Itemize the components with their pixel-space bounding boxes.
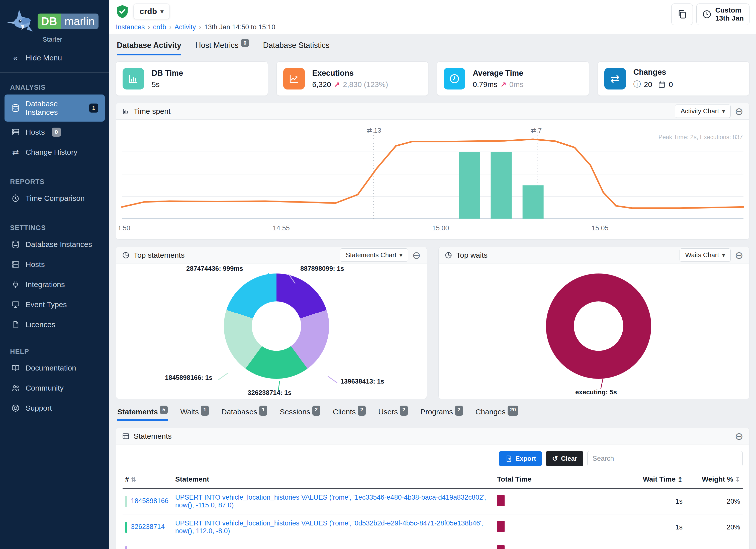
tab-badge: 0 — [241, 39, 249, 47]
table-row: 326238714 UPSERT INTO vehicle_location_h… — [123, 514, 743, 540]
info-icon: ⓘ — [633, 79, 641, 89]
sidebar: DB marlin Starter « Hide Menu ANALYSIS D… — [0, 0, 109, 549]
top-statements-chart: 287474436: 999ms 887898099: 1s 184589816… — [116, 263, 427, 399]
tab-database-activity[interactable]: Database Activity — [117, 41, 181, 55]
sort-asc-icon[interactable]: ↥ — [678, 476, 683, 483]
brand-edition: Starter — [43, 36, 104, 43]
sort-icon[interactable]: ↧ — [735, 476, 740, 483]
metric-cards: DB Time 5s Executions 6,320 ↗ 2,830 (123… — [116, 61, 749, 96]
tab-badge: 2 — [400, 406, 408, 416]
sidebar-item-label: Event Types — [26, 300, 67, 309]
collapse-panel-icon[interactable]: ⊖ — [735, 250, 743, 260]
peak-note: Peak Time: 2s, Executions: 837 — [658, 134, 743, 141]
sidebar-item-label: Integrations — [26, 280, 65, 289]
statement-link[interactable]: UPSERT INTO vehicle_location_histories V… — [175, 494, 486, 509]
donut-label: executing: 5s — [575, 388, 617, 396]
statements-panel: Statements ⊖ Export ↺ Clear # ⇅ — [116, 428, 749, 549]
tab-badge: 5 — [160, 406, 168, 414]
tab-badge: 2 — [312, 406, 320, 416]
sidebar-item-label: Time Comparison — [26, 194, 85, 203]
divider — [0, 167, 109, 167]
col-header-wait-time[interactable]: Wait Time — [643, 475, 676, 483]
sidebar-item-event-types[interactable]: Event Types — [5, 295, 105, 314]
collapse-panel-icon[interactable]: ⊖ — [735, 106, 743, 116]
donut-label: 287474436: 999ms — [186, 265, 243, 272]
statements-table: # ⇅ Statement Total Time Wait Time ↥ Wei… — [123, 471, 743, 549]
tab-badge: 2 — [455, 406, 463, 416]
statement-id-link[interactable]: 139638413 — [131, 547, 165, 549]
col-header-weight[interactable]: Weight % — [702, 475, 733, 483]
statements-chart-select[interactable]: Statements Chart▾ — [340, 248, 408, 262]
time-range-button[interactable]: Custom 13th Jan — [696, 4, 749, 25]
tab-database-statistics[interactable]: Database Statistics — [263, 41, 329, 55]
statement-link[interactable]: UPSERT INTO vehicle_location_histories V… — [175, 519, 483, 535]
tab-changes[interactable]: Changes20 — [476, 408, 518, 421]
sidebar-item-support[interactable]: Support — [5, 399, 105, 418]
breadcrumb-instances[interactable]: Instances — [116, 23, 145, 31]
tab-databases[interactable]: Databases1 — [221, 408, 267, 421]
col-header-total-time[interactable]: Total Time — [495, 471, 577, 488]
sidebar-item-label: Change History — [26, 148, 77, 156]
sidebar-item-hosts[interactable]: Hosts 0 — [5, 123, 105, 142]
breadcrumb-crdb[interactable]: crdb — [153, 23, 166, 31]
brand-db: DB — [38, 14, 61, 29]
sidebar-item-licences[interactable]: Licences — [5, 315, 105, 334]
pie-chart-icon — [122, 251, 130, 259]
svg-text:14:55: 14:55 — [273, 224, 290, 232]
svg-text:15:05: 15:05 — [592, 224, 609, 232]
sidebar-item-settings-hosts[interactable]: Hosts — [5, 255, 105, 274]
pie-chart-icon — [445, 251, 452, 259]
search-input[interactable] — [587, 451, 743, 466]
col-header-statement[interactable]: Statement — [173, 471, 495, 488]
sort-icon[interactable]: ⇅ — [131, 476, 136, 483]
hide-menu-button[interactable]: « Hide Menu — [5, 48, 105, 67]
instance-selector[interactable]: crdb ▾ — [133, 4, 170, 19]
donut-label: 887898099: 1s — [300, 265, 344, 272]
tab-sessions[interactable]: Sessions2 — [280, 408, 320, 421]
chevron-down-icon: ▾ — [160, 8, 163, 15]
sidebar-item-label: Licences — [26, 320, 55, 329]
tab-programs[interactable]: Programs2 — [420, 408, 463, 421]
collapse-panel-icon[interactable]: ⊖ — [412, 250, 421, 260]
time-range-date: 13th Jan — [715, 14, 744, 22]
waits-donut[interactable] — [546, 273, 651, 379]
sidebar-item-community[interactable]: Community — [5, 379, 105, 398]
card-delta: 2,830 (123%) — [343, 80, 388, 89]
col-header-id[interactable]: # — [125, 475, 129, 483]
waits-chart-select[interactable]: Waits Chart▾ — [680, 248, 731, 262]
statement-id-link[interactable]: 326238714 — [131, 523, 165, 530]
tab-host-metrics[interactable]: Host Metrics0 — [195, 41, 249, 55]
sidebar-item-label: Community — [26, 384, 64, 392]
tab-statements[interactable]: Statements5 — [117, 408, 168, 421]
sidebar-item-settings-database-instances[interactable]: Database Instances — [5, 235, 105, 254]
time-spent-panel: Time spent Activity Chart▾ ⊖ Peak Time: … — [116, 103, 749, 240]
activity-chart-select[interactable]: Activity Chart▾ — [675, 105, 731, 118]
calendar-icon — [658, 80, 666, 88]
card-db-time: DB Time 5s — [116, 61, 268, 96]
time-spent-chart: ⇄ 13⇄ 714:5014:5515:0015:05 — [119, 120, 746, 237]
chevron-down-icon: ▾ — [722, 252, 725, 259]
table-row: 139638413 SELECT city, id FROM vehicles … — [123, 540, 743, 549]
donut-label: 139638413: 1s — [340, 378, 384, 385]
copy-button[interactable] — [671, 4, 693, 25]
collapse-panel-icon[interactable]: ⊖ — [735, 431, 743, 441]
breadcrumb-activity[interactable]: Activity — [174, 23, 196, 31]
sidebar-item-time-comparison[interactable]: Time Comparison — [5, 189, 105, 208]
bar-chart-icon — [123, 68, 144, 89]
detail-tabs: Statements5 Waits1 Databases1 Sessions2 … — [116, 408, 749, 421]
sidebar-item-change-history[interactable]: ⇄ Change History — [5, 143, 105, 162]
tab-waits[interactable]: Waits1 — [180, 408, 209, 421]
export-button[interactable]: Export — [499, 451, 542, 466]
clear-button[interactable]: ↺ Clear — [546, 451, 583, 466]
statement-id-link[interactable]: 1845898166 — [131, 497, 168, 505]
card-title: DB Time — [152, 69, 183, 78]
top-statements-panel: Top statements Statements Chart▾ ⊖ 28747… — [116, 247, 427, 399]
tab-clients[interactable]: Clients2 — [333, 408, 366, 421]
sidebar-item-database-instances[interactable]: Database Instances 1 — [5, 95, 105, 122]
sidebar-item-integrations[interactable]: Integrations — [5, 275, 105, 294]
statement-link[interactable]: SELECT city, id FROM vehicles WHERE city… — [175, 548, 340, 549]
tab-users[interactable]: Users2 — [378, 408, 408, 421]
sidebar-item-documentation[interactable]: Documentation — [5, 358, 105, 378]
statements-donut[interactable] — [224, 273, 329, 379]
card-changes: ⇄ Changes ⓘ 20 0 — [598, 61, 750, 96]
